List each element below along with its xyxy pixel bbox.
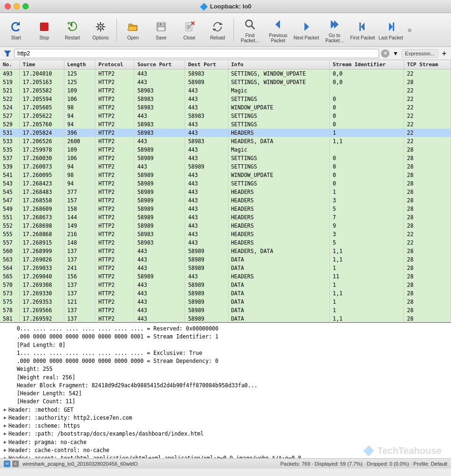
table-row[interactable]: 51917.205163125HTTP244358989SETTINGS, WI… [0, 78, 451, 86]
table-cell: 17.205582 [20, 86, 64, 95]
find-packet-button[interactable]: Find Packet... [236, 15, 264, 45]
detail-expandable-text: Header: accept: text/html,application/xh… [8, 454, 301, 458]
table-cell: 22 [404, 238, 451, 247]
table-cell: DATA [228, 255, 330, 264]
table-row[interactable]: 52417.20560598HTTP258983443WINDOW_UPDATE… [0, 103, 451, 112]
table-row[interactable]: 57017.269308137HTTP244358989DATA128 [0, 281, 451, 289]
expand-arrow-icon[interactable]: ▶ [4, 446, 7, 453]
save-button[interactable]: Save [147, 15, 175, 45]
next-packet-label: Next Packet [294, 35, 319, 40]
table-row[interactable]: 53517.259978109HTTP258989443Magic28 [0, 146, 451, 154]
table-row[interactable]: 57317.269330137HTTP244358989DATA1,128 [0, 289, 451, 298]
open-icon [125, 19, 140, 34]
table-cell: 216 [64, 230, 95, 238]
table-cell: HTTP2 [95, 86, 134, 95]
expand-arrow-icon[interactable]: ▶ [4, 454, 7, 458]
table-cell: 17.205163 [20, 78, 64, 86]
expand-arrow-icon[interactable]: ▶ [4, 438, 7, 445]
reload-button[interactable]: Reload [203, 15, 232, 45]
options-icon [93, 19, 108, 34]
restart-button[interactable]: Restart [58, 15, 86, 45]
table-cell: 565 [0, 272, 20, 281]
table-row[interactable]: 52217.205594106HTTP258983443SETTINGS022 [0, 95, 451, 103]
table-row[interactable]: 56517.269040156HTTP258989443HEADERS1128 [0, 272, 451, 281]
table-cell: Magic [228, 146, 330, 154]
stop-label: Stop [39, 35, 49, 40]
stop-button[interactable]: Stop [30, 15, 58, 45]
expand-arrow-icon[interactable]: ▶ [4, 414, 7, 421]
table-row[interactable]: 52917.20576094HTTP258983443SETTINGS022 [0, 120, 451, 129]
filter-dropdown-button[interactable]: ▼ [391, 49, 400, 58]
table-cell: 125 [64, 78, 95, 86]
stop-icon [37, 19, 52, 34]
maximize-window-button[interactable] [23, 3, 29, 9]
filter-clear-button[interactable]: ✕ [381, 49, 389, 58]
table-row[interactable]: 53317.2065262600HTTP244358983HEADERS, DA… [0, 137, 451, 146]
expression-button[interactable]: Expression... [402, 49, 438, 58]
table-row[interactable]: 54517.268483377HTTP258989443HEADERS128 [0, 188, 451, 196]
table-cell: 58989 [185, 255, 228, 264]
table-cell: 557 [0, 238, 20, 247]
table-row[interactable]: 49317.204010125HTTP244358983SETTINGS, WI… [0, 69, 451, 78]
packet-table-container: No. Time Length Protocol Source Port Des… [0, 60, 451, 322]
table-cell: 28 [404, 78, 451, 86]
table-row[interactable]: 55217.268698149HTTP258989443HEADERS928 [0, 222, 451, 230]
table-row[interactable]: 55717.268915148HTTP258983443HEADERS522 [0, 238, 451, 247]
table-row[interactable]: 55517.268868216HTTP258983443HEADERS322 [0, 230, 451, 238]
table-cell: 17.204010 [20, 69, 64, 78]
table-row[interactable]: 56317.269026137HTTP244358989DATA1,128 [0, 255, 451, 264]
add-filter-button[interactable]: + [440, 49, 448, 58]
table-row[interactable]: 58117.269592137HTTP244358989DATA1,128 [0, 315, 451, 322]
next-packet-button[interactable]: Next Packet [292, 15, 320, 45]
expand-arrow-icon[interactable]: ▶ [4, 422, 7, 429]
expand-arrow-icon[interactable]: ▶ [4, 406, 7, 413]
filter-input[interactable] [14, 49, 379, 58]
options-button[interactable]: Options [86, 15, 115, 45]
table-cell: 149 [64, 222, 95, 230]
svg-rect-0 [40, 23, 48, 31]
table-row[interactable]: 54717.268558157HTTP258989443HEADERS328 [0, 196, 451, 205]
table-cell [330, 146, 404, 154]
table-row[interactable]: 55117.268673144HTTP258989443HEADERS728 [0, 213, 451, 222]
table-cell: 522 [0, 95, 20, 103]
table-cell: 28 [404, 247, 451, 255]
detail-expandable-line: ▶ Header: pragma: no-cache [4, 438, 447, 446]
table-row[interactable]: 53917.26007394HTTP244358989SETTINGS028 [0, 162, 451, 171]
table-row[interactable]: 57517.269353121HTTP244358989DATA128 [0, 298, 451, 306]
start-button[interactable]: Start [2, 15, 30, 45]
toolbar-more-button[interactable]: » [405, 15, 414, 45]
table-row[interactable]: 52117.205582109HTTP258983443Magic22 [0, 86, 451, 95]
table-row[interactable]: 54317.26842394HTTP258989443SETTINGS028 [0, 179, 451, 188]
table-cell: 443 [134, 281, 185, 289]
window-controls[interactable] [5, 3, 29, 9]
table-row[interactable]: 52717.20562294HTTP244358983SETTINGS022 [0, 112, 451, 120]
table-row[interactable]: 53117.205824396HTTP258983443HEADERS122 [0, 129, 451, 137]
detail-expandable-line: ▶ Header: cache-control: no-cache [4, 446, 447, 454]
previous-packet-button[interactable]: Previous Packet [264, 15, 292, 45]
table-cell: 58983 [134, 86, 185, 95]
goto-packet-button[interactable]: Go to Packet... [320, 15, 349, 45]
first-packet-button[interactable]: First Packet [349, 15, 377, 45]
open-button[interactable]: Open [119, 15, 147, 45]
detail-expandable-line: ▶ Header: :path: /bootstrap/docs/example… [4, 430, 447, 438]
minimize-window-button[interactable] [14, 3, 20, 9]
table-row[interactable]: 54917.268609158HTTP258989443HEADERS528 [0, 205, 451, 213]
table-cell: 94 [64, 112, 95, 120]
expand-arrow-icon[interactable]: ▶ [4, 430, 7, 437]
table-cell: HTTP2 [95, 69, 134, 78]
table-cell: 28 [404, 188, 451, 196]
table-row[interactable]: 57817.269566137HTTP244358989DATA128 [0, 306, 451, 315]
table-cell: 17.268698 [20, 222, 64, 230]
table-cell: 443 [185, 171, 228, 179]
table-cell: 519 [0, 78, 20, 86]
table-cell: 533 [0, 137, 20, 146]
table-row[interactable]: 53717.260030106HTTP258989443SETTINGS028 [0, 154, 451, 162]
table-row[interactable]: 54117.26009598HTTP258989443WINDOW_UPDATE… [0, 171, 451, 179]
last-packet-button[interactable]: Last Packet [377, 15, 405, 45]
table-cell: 17.260073 [20, 162, 64, 171]
close-window-button[interactable] [5, 3, 11, 9]
close-file-button[interactable]: Close [175, 15, 203, 45]
table-row[interactable]: 56417.269033241HTTP244358989DATA128 [0, 264, 451, 272]
table-cell: 94 [64, 162, 95, 171]
table-row[interactable]: 56017.268999137HTTP244358989HEADERS, DAT… [0, 247, 451, 255]
